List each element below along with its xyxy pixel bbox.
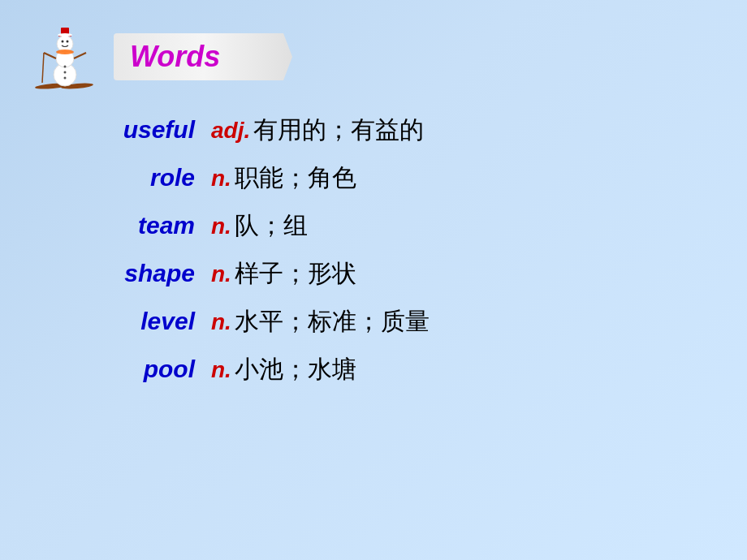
word-pos: adj. [211, 118, 250, 144]
word-meaning: 水平；标准；质量 [235, 305, 430, 338]
word-row: usefuladj. 有用的；有益的 [81, 114, 715, 147]
word-row: leveln. 水平；标准；质量 [81, 305, 715, 338]
svg-point-12 [64, 71, 67, 74]
svg-line-16 [42, 53, 44, 83]
word-row: shapen. 样子；形状 [81, 257, 715, 291]
svg-point-11 [64, 66, 67, 68]
word-pos: n. [211, 261, 231, 287]
word-english: role [81, 164, 195, 192]
word-row: pooln. 小池；水塘 [81, 353, 715, 386]
word-meaning: 有用的；有益的 [253, 114, 424, 147]
word-english: team [81, 212, 195, 239]
word-pos: n. [211, 166, 231, 192]
word-pos: n. [211, 357, 231, 383]
word-meaning: 职能；角色 [235, 162, 356, 195]
word-pos: n. [211, 213, 231, 239]
page-title: Words [130, 40, 220, 73]
word-meaning: 小池；水塘 [235, 353, 356, 386]
title-banner: Words [114, 33, 292, 80]
word-english: shape [81, 260, 195, 287]
svg-point-6 [67, 41, 69, 43]
word-row: rolen. 职能；角色 [81, 162, 715, 195]
word-english: level [81, 308, 195, 335]
svg-point-10 [56, 50, 74, 54]
snowman-character [32, 24, 106, 89]
svg-point-13 [64, 77, 67, 80]
word-pos: n. [211, 309, 231, 335]
word-row: teamn. 队；组 [81, 209, 715, 243]
words-list: usefuladj. 有用的；有益的rolen. 职能；角色teamn. 队；组… [32, 114, 715, 386]
svg-point-9 [58, 33, 72, 37]
word-meaning: 队；组 [235, 209, 308, 243]
word-english: useful [81, 116, 195, 144]
slide: Words usefuladj. 有用的；有益的rolen. 职能；角色team… [0, 0, 747, 560]
svg-line-15 [74, 53, 86, 58]
word-meaning: 样子；形状 [235, 257, 356, 291]
header: Words [32, 24, 715, 89]
word-english: pool [81, 355, 195, 383]
svg-point-5 [62, 41, 64, 43]
svg-line-14 [44, 53, 56, 58]
